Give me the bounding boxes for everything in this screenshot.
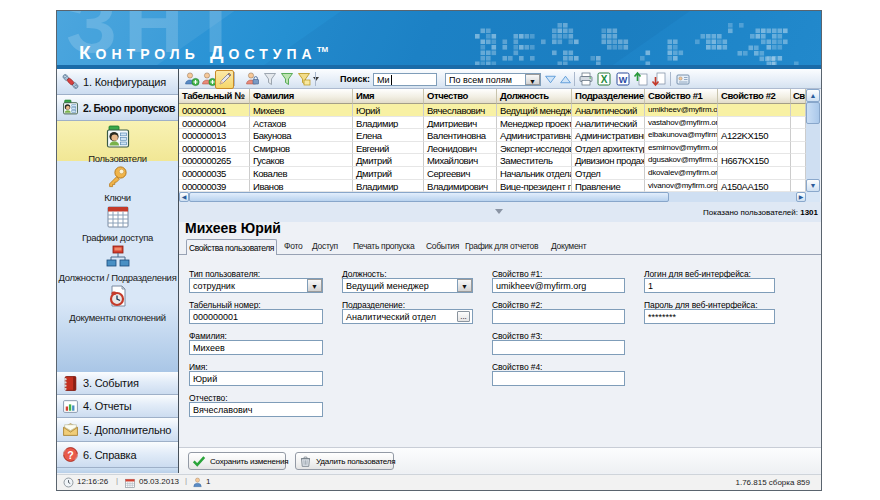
svg-text:W: W xyxy=(619,75,628,85)
svg-text:X: X xyxy=(601,74,608,85)
svg-text:?: ? xyxy=(67,449,73,461)
